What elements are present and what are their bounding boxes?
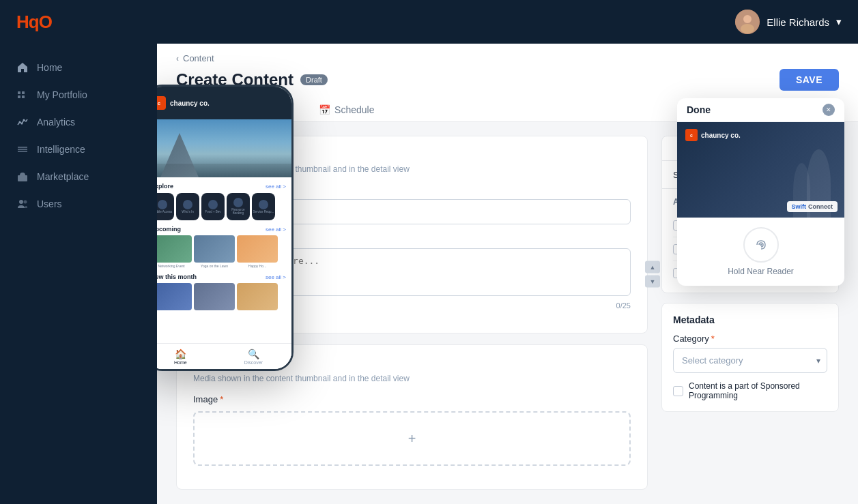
user-name: Ellie Richards (767, 16, 829, 28)
sidebar-item-analytics[interactable]: Analytics (0, 109, 157, 135)
user-menu[interactable]: Ellie Richards ▾ (735, 10, 842, 34)
home-nav-icon: 🏠 (175, 349, 186, 359)
sidebar-item-label: Users (37, 198, 62, 209)
app-logo: HqO (16, 12, 52, 33)
svg-rect-13 (18, 175, 27, 181)
swift-connect-badge: Swift Connect (787, 201, 838, 212)
hold-near-reader-text: Hold Near Reader (728, 267, 794, 276)
users-icon (16, 198, 29, 210)
swift-card-image: c chauncy co. Swift Connect (677, 122, 844, 218)
schedule-icon: 📅 (319, 104, 330, 115)
mobile-logo-box: c (157, 96, 166, 110)
scroll-down-button[interactable]: ▼ (645, 275, 660, 287)
category-label: Category * (673, 333, 827, 344)
swift-close-button[interactable]: ✕ (823, 104, 835, 116)
sidebar-item-portfolio[interactable]: My Portfolio (0, 82, 157, 108)
save-button[interactable]: SAVE (780, 69, 839, 91)
scroll-up-button[interactable]: ▲ (645, 261, 660, 273)
mobile-icon-item: Who's In (176, 193, 199, 220)
svg-point-1 (743, 15, 752, 23)
mobile-icon-item: Mobile Access (157, 193, 174, 220)
svg-point-14 (19, 200, 23, 204)
close-icon: ✕ (826, 106, 831, 113)
mobile-hero (157, 119, 291, 177)
svg-rect-6 (22, 95, 25, 98)
metadata-card: Metadata Category * Select category News… (661, 303, 839, 412)
swift-connect-card: Done ✕ c chauncy co. Swift (677, 98, 844, 286)
explore-label: Explore (157, 183, 173, 190)
tab-schedule[interactable]: 📅 Schedule (305, 99, 388, 122)
mobile-brand: chauncy co. (170, 100, 210, 107)
intelligence-icon (16, 143, 29, 155)
sidebar: Home My Portfolio (0, 44, 157, 504)
sidebar-item-marketplace[interactable]: Marketplace (0, 164, 157, 190)
breadcrumb-parent[interactable]: Content (183, 53, 214, 63)
marketplace-icon (16, 171, 29, 183)
svg-rect-4 (22, 91, 25, 94)
see-all-explore[interactable]: see all > (266, 183, 286, 190)
svg-point-7 (19, 121, 21, 123)
svg-rect-5 (18, 95, 20, 98)
svg-point-20 (760, 244, 762, 246)
sidebar-item-home[interactable]: Home (0, 55, 157, 80)
svg-point-2 (741, 24, 754, 33)
mobile-bottom-nav: 🏠 Home 🔍 Discover (157, 343, 291, 369)
content-area: ‹ ‹ Content Create Content Draft SAVE ✏️… (157, 44, 858, 504)
sponsored-row: Content is a part of Sponsored Programmi… (673, 381, 827, 400)
metadata-title: Metadata (673, 314, 827, 325)
plus-icon: + (408, 431, 416, 447)
scroll-controls: ▲ ▼ (645, 261, 660, 287)
top-navigation: HqO Ellie Richards ▾ (0, 0, 858, 44)
sidebar-item-intelligence[interactable]: Intelligence (0, 136, 157, 162)
tab-label: Schedule (334, 104, 374, 115)
see-all-new[interactable]: see all > (266, 274, 286, 280)
svg-point-15 (24, 201, 27, 204)
new-month-label: New this month (157, 273, 197, 280)
sidebar-item-label: Marketplace (37, 171, 89, 182)
analytics-icon (16, 116, 29, 128)
upcoming-label: Upcoming (157, 226, 181, 233)
sidebar-item-label: Intelligence (37, 144, 85, 155)
svg-point-8 (21, 123, 23, 125)
svg-rect-3 (18, 91, 20, 94)
media-subtitle: Media shown in the content thumbnail and… (193, 374, 631, 383)
mobile-nav-label: Home (174, 360, 187, 365)
mobile-content: Explore see all > Mobile Access Who's In… (157, 177, 291, 369)
sidebar-item-users[interactable]: Users (0, 191, 157, 217)
mobile-nav-home[interactable]: 🏠 Home (174, 349, 187, 365)
sponsored-checkbox[interactable] (673, 386, 683, 396)
swift-done-label: Done (687, 104, 711, 115)
nfc-icon-circle (743, 227, 779, 263)
image-label: Image * (193, 394, 631, 404)
category-select[interactable]: Select category News Events Offers Ameni… (673, 348, 827, 373)
mobile-nav-discover[interactable]: 🔍 Discover (244, 349, 263, 365)
chevron-down-icon: ▾ (836, 16, 842, 28)
sidebar-item-label: Home (37, 62, 62, 73)
discover-nav-icon: 🔍 (248, 349, 259, 359)
swift-connect-text: Swift (792, 203, 807, 210)
mobile-icon-item: Service Requ... (252, 193, 275, 220)
category-select-wrapper: Select category News Events Offers Ameni… (673, 348, 827, 373)
image-upload-area[interactable]: + (193, 411, 631, 466)
swift-card-body: Hold Near Reader (677, 218, 844, 286)
see-all-upcoming[interactable]: see all > (266, 226, 286, 233)
breadcrumb: ‹ Content (176, 53, 839, 63)
home-icon (16, 61, 29, 74)
mobile-icon-item: Food + Bev (201, 193, 225, 220)
avatar (735, 10, 760, 34)
mobile-icon-item: Resource Booking (227, 193, 250, 220)
chevron-left-icon: ‹ (176, 54, 179, 63)
mobile-preview: c chauncy co. Explore see all > Mobile A (157, 85, 294, 371)
draft-badge: Draft (300, 74, 328, 85)
sidebar-item-label: My Portfolio (37, 89, 87, 100)
portfolio-icon (16, 89, 29, 101)
sponsored-label: Content is a part of Sponsored Programmi… (689, 381, 827, 400)
mobile-nav-label: Discover (244, 360, 263, 365)
image-group: Image * + (193, 394, 631, 466)
sidebar-item-label: Analytics (37, 117, 75, 128)
svg-point-9 (23, 119, 25, 121)
